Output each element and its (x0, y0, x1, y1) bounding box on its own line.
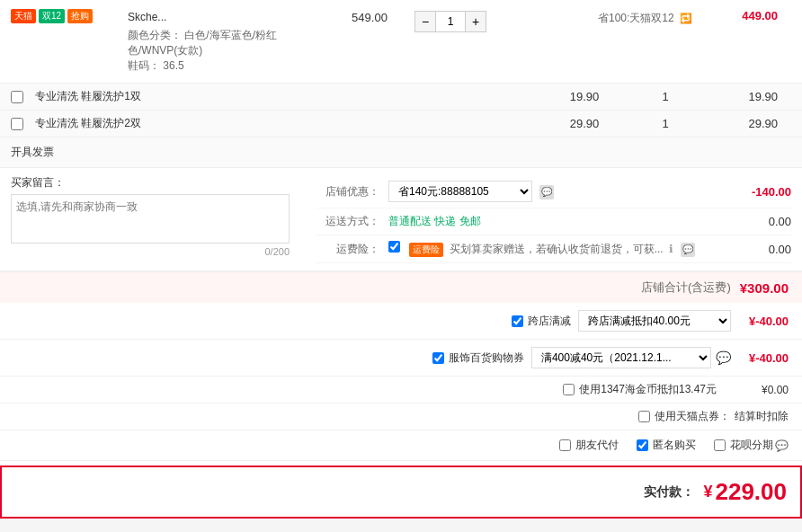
insurance-value: 运费险 买划算卖家赠送，若确认收货前退货，可获... ℹ 💬 (388, 241, 728, 257)
product-info: Skche... 颜色分类： 白色/海军蓝色/粉红色/WNVP(女款) 鞋码： … (119, 9, 334, 74)
qty-plus-button[interactable]: + (466, 12, 486, 31)
insurance-label: 运费险： (316, 242, 388, 257)
tmall-badge: 天猫 (11, 9, 36, 23)
comment-count: 0/200 (11, 246, 290, 257)
final-label: 实付款： (644, 484, 694, 501)
final-currency: ¥ (703, 483, 712, 501)
product-row: 天猫 双12 抢购 Skche... 颜色分类： 白色/海军蓝色/粉红色/WNV… (0, 0, 802, 84)
service2-checkbox[interactable] (11, 118, 23, 130)
comment-area: 买家留言： 0/200 (11, 175, 299, 263)
coupon-chat-icon2[interactable]: 💬 (716, 350, 731, 365)
anonymous-label: 匿名购买 (653, 438, 696, 453)
coupon-checkbox[interactable] (432, 352, 444, 364)
comment-shipping-area: 买家留言： 0/200 店铺优惠： 省140元:88888105 💬 -140.… (0, 168, 802, 271)
method-label: 运送方式： (316, 214, 388, 229)
installment-label: 花呗分期 (730, 438, 773, 453)
insurance-chat-icon[interactable]: 💬 (681, 243, 695, 257)
double12-badge: 双12 (39, 9, 65, 23)
insurance-badge: 运费险 (409, 243, 443, 257)
store-coupon-row: 店铺优惠： 省140元:88888105 💬 -140.00 (316, 175, 791, 208)
invoice-label: 开具发票 (11, 145, 54, 160)
service1-checkbox[interactable] (11, 91, 23, 103)
haijin-value: ¥0.00 (735, 384, 789, 396)
grab-badge: 抢购 (67, 9, 93, 23)
insurance-checkbox[interactable] (388, 241, 400, 253)
product-qty: − + (405, 9, 495, 32)
service1-price: 19.90 (548, 90, 620, 103)
pay-options-row: 朋友代付 匿名购买 花呗分期 💬 (0, 430, 802, 461)
service-row-2: 专业清洗 鞋履洗护2双 29.90 1 29.90 (0, 111, 802, 137)
haijin-row: 使用1347海金币抵扣13.47元 ¥0.00 (0, 377, 802, 403)
final-amount: 229.00 (715, 478, 787, 506)
installment-info-icon[interactable]: 💬 (775, 439, 789, 452)
product-name: Skche... (128, 9, 325, 25)
haijin-label: 使用1347海金币抵扣13.47元 (579, 382, 717, 397)
product-price: 549.00 (334, 9, 405, 24)
points-label: 使用天猫点券： (655, 409, 730, 424)
insurance-price: 0.00 (728, 243, 791, 256)
product-discount: 省100:天猫双12 🔁 (495, 9, 710, 26)
product-badges: 天猫 双12 抢购 (11, 9, 119, 23)
anonymous-checkbox[interactable] (637, 439, 648, 451)
comment-input[interactable] (11, 194, 290, 244)
friend-pay-option: 朋友代付 (559, 438, 619, 453)
service2-qty: 1 (620, 117, 710, 130)
insurance-info-icon[interactable]: ℹ (669, 243, 673, 255)
coupon-discount: -140.00 (728, 185, 791, 199)
product-color: 颜色分类： 白色/海军蓝色/粉红色/WNVP(女款) (128, 28, 325, 58)
cross-store-checkbox[interactable] (512, 315, 523, 327)
store-total-value: ¥309.00 (740, 280, 789, 296)
anonymous-option: 匿名购买 (637, 438, 696, 453)
coupon-value: 省140元:88888105 💬 (388, 181, 728, 202)
friend-pay-checkbox[interactable] (559, 439, 571, 451)
shipping-coupon-area: 店铺优惠： 省140元:88888105 💬 -140.00 运送方式： 普通配… (299, 175, 791, 263)
coupon-label: 店铺优惠： (316, 184, 388, 200)
points-checkbox[interactable] (638, 411, 650, 422)
invoice-row: 开具发票 (0, 137, 802, 168)
service1-total: 19.90 (710, 90, 791, 103)
installment-option: 花呗分期 💬 (714, 438, 789, 453)
coupon-dropdown[interactable]: 省140元:88888105 (388, 181, 532, 202)
store-total-label: 店铺合计(含运费) (641, 279, 731, 296)
shipping-method-row: 运送方式： 普通配送 快递 免邮 0.00 (316, 208, 791, 235)
service2-price: 29.90 (548, 117, 620, 130)
cross-store-label: 跨店满减 (528, 314, 571, 329)
coupon-discount-value: ¥-40.00 (749, 351, 789, 365)
service2-total: 29.90 (710, 117, 791, 130)
product-total: 449.00 (710, 9, 791, 22)
qty-minus-button[interactable]: − (415, 12, 435, 31)
points-row: 使用天猫点券： 结算时扣除 (0, 403, 802, 430)
cross-store-discount: ¥-40.00 (749, 315, 789, 328)
installment-checkbox[interactable] (714, 439, 726, 451)
service2-label: 专业清洗 鞋履洗护2双 (31, 116, 548, 131)
insurance-text: 买划算卖家赠送，若确认收货前退货，可获... (450, 243, 666, 255)
cross-store-dropdown[interactable]: 跨店满减抵扣40.00元 (578, 310, 731, 332)
haijin-checkbox[interactable] (563, 384, 575, 395)
final-total-row: 实付款： ¥ 229.00 (0, 466, 802, 519)
service1-qty: 1 (620, 90, 710, 103)
service-row-1: 专业清洗 鞋履洗护1双 19.90 1 19.90 (0, 84, 802, 111)
product-size: 鞋码： 36.5 (128, 58, 325, 74)
friend-pay-label: 朋友代付 (575, 438, 619, 453)
qty-control[interactable]: − + (414, 11, 486, 32)
method-value: 普通配送 快递 免邮 (388, 214, 728, 229)
coupon-row: 服饰百货购物券 满400减40元（2021.12.1... 💬 ¥-40.00 (0, 340, 802, 377)
qty-input[interactable] (435, 12, 466, 31)
coupon-chat-icon[interactable]: 💬 (539, 185, 554, 200)
discount-icon: 🔁 (680, 13, 692, 23)
points-value: 结算时扣除 (735, 409, 789, 424)
cross-store-row: 跨店满减 跨店满减抵扣40.00元 ¥-40.00 (0, 303, 802, 340)
coupon-select-dropdown[interactable]: 满400减40元（2021.12.1... (531, 347, 711, 368)
method-price: 0.00 (728, 215, 791, 228)
service1-label: 专业清洗 鞋履洗护1双 (31, 89, 548, 104)
insurance-row: 运费险： 运费险 买划算卖家赠送，若确认收货前退货，可获... ℹ 💬 0.00 (316, 235, 791, 263)
comment-label: 买家留言： (11, 175, 299, 191)
store-total-row: 店铺合计(含运费) ¥309.00 (0, 271, 802, 303)
coupon-row-label: 服饰百货购物券 (449, 350, 524, 366)
